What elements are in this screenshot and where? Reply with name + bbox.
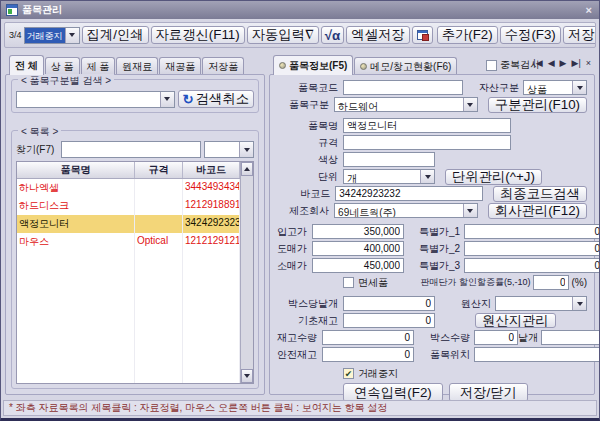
safe-stock-label: 안전재고 — [277, 348, 322, 362]
table-row[interactable]: 마우스 Optical 121212912121 — [17, 233, 253, 251]
tab-raw-materials[interactable]: 원재료 — [116, 57, 158, 75]
formula-icon[interactable]: √α — [321, 26, 345, 44]
last-code-search-button[interactable]: 최종코드검색 — [493, 186, 587, 202]
maker-label: 제조회사 — [277, 204, 334, 218]
item-category-select[interactable]: 하드웨어 — [334, 97, 478, 112]
tab-products[interactable]: 제 품 — [81, 57, 116, 75]
item-management-window: 품목관리 × 3/4 거래중지 집계/인쇄 자료갱신(F11) 자동입력∇ √α… — [0, 0, 600, 421]
item-code-input[interactable] — [343, 80, 463, 95]
origin-select[interactable] — [495, 296, 587, 311]
clipboard-glyph — [417, 30, 428, 40]
maker-select[interactable]: 69네트웍(주) — [334, 203, 478, 218]
discount-input[interactable] — [533, 275, 569, 290]
status-filter-select[interactable]: 거래중지 — [24, 27, 80, 44]
chevron-down-icon[interactable] — [65, 28, 79, 43]
category-manage-button[interactable]: 구분관리(F10) — [488, 97, 587, 113]
asset-type-select[interactable]: 상품 — [523, 80, 587, 95]
per-box-input[interactable] — [343, 296, 435, 311]
find-label: 찾기(F7) — [16, 143, 58, 157]
scroll-down-icon[interactable] — [241, 369, 253, 383]
location-input[interactable] — [474, 347, 600, 362]
category-search-group: < 품목구분별 검색 > ↻ 검색취소 — [11, 79, 259, 113]
special1-input[interactable] — [464, 224, 600, 239]
table-scrollbar[interactable] — [240, 162, 253, 383]
piece-input[interactable] — [541, 330, 600, 345]
tab-goods[interactable]: 상 품 — [45, 57, 80, 75]
nav-first-icon[interactable]: |◀ — [533, 58, 542, 68]
nav-close-icon[interactable]: × — [586, 58, 591, 68]
special3-input[interactable] — [464, 258, 600, 273]
box-qty-label: 박스수량 — [414, 331, 474, 345]
print-button[interactable]: 집계/인쇄 — [82, 26, 149, 44]
chevron-down-icon[interactable] — [160, 92, 174, 107]
tax-free-checkbox[interactable] — [343, 277, 354, 288]
chevron-down-icon[interactable] — [463, 204, 477, 217]
excel-save-button[interactable]: 엑셀저장 — [346, 26, 409, 44]
table-row-empty — [17, 341, 253, 359]
in-price-input[interactable] — [312, 224, 404, 239]
clipboard-icon[interactable] — [412, 26, 433, 44]
trade-stop-checkbox[interactable]: ✔ — [343, 368, 354, 379]
edit-button[interactable]: 수정(F3) — [500, 26, 561, 44]
add-button[interactable]: 추가(F2) — [437, 26, 498, 44]
chevron-down-icon[interactable] — [420, 170, 434, 183]
chevron-down-icon[interactable] — [572, 81, 586, 94]
data-refresh-button[interactable]: 자료갱신(F11) — [151, 26, 245, 44]
nav-next-icon[interactable]: ▶ — [560, 58, 567, 68]
tab-item-info[interactable]: 품목정보(F5) — [273, 55, 353, 75]
close-icon[interactable]: × — [584, 4, 594, 16]
item-name-input[interactable] — [343, 118, 511, 133]
chevron-down-icon[interactable] — [239, 142, 253, 157]
barcode-input[interactable] — [335, 186, 483, 201]
column-header-barcode[interactable]: 바코드 — [183, 162, 240, 178]
wholesale-label: 도매가 — [277, 242, 312, 256]
record-navigation: |◀ ◀ ▶ ▶| × — [533, 58, 591, 68]
origin-manage-button[interactable]: 원산지관리 — [475, 313, 556, 328]
item-code-label: 품목코드 — [277, 81, 343, 95]
table-row[interactable]: 하드디스크 1212918891212 — [17, 197, 253, 215]
duplicate-check: 중복검사 — [486, 58, 540, 72]
search-cancel-button[interactable]: ↻ 검색취소 — [178, 90, 254, 108]
retail-input[interactable] — [312, 258, 404, 273]
table-row-empty — [17, 359, 253, 377]
wholesale-input[interactable] — [312, 241, 404, 256]
toolbar: 3/4 거래중지 집계/인쇄 자료갱신(F11) 자동입력∇ √α 엑셀저장 추… — [4, 22, 596, 48]
stock-input[interactable] — [322, 330, 414, 345]
table-row-selected[interactable]: 액정모니터 34242923232 — [17, 215, 253, 233]
find-input[interactable] — [61, 141, 201, 158]
table-row-empty — [17, 323, 253, 341]
nav-prev-icon[interactable]: ◀ — [548, 58, 555, 68]
column-header-name[interactable]: 품목명 — [17, 162, 135, 178]
nav-last-icon[interactable]: ▶| — [571, 58, 580, 68]
detail-tabs: 품목정보(F5) 메모/창고현황(F6) — [273, 55, 458, 75]
category-tabs: 전 체 상 품 제 품 원재료 재공품 저장품 — [9, 55, 245, 75]
tab-memo-warehouse[interactable]: 메모/창고현황(F6) — [354, 57, 457, 75]
save-button[interactable]: 저장(F8) — [563, 26, 596, 44]
category-search-select[interactable] — [16, 91, 175, 108]
duplicate-check-checkbox[interactable] — [486, 60, 497, 71]
chevron-down-icon[interactable] — [463, 98, 477, 111]
special1-label: 특별가_1 — [404, 225, 464, 239]
unit-manage-button[interactable]: 단위관리(^+J) — [445, 169, 542, 185]
scroll-up-icon[interactable] — [241, 162, 253, 176]
find-column-select[interactable] — [204, 141, 254, 158]
chevron-down-icon[interactable] — [572, 297, 586, 310]
box-qty-input[interactable] — [474, 330, 518, 345]
special2-input[interactable] — [464, 241, 600, 256]
tab-stored[interactable]: 저장품 — [202, 57, 244, 75]
table-row[interactable]: 하나엑셀 344349343434 — [17, 179, 253, 197]
safe-stock-input[interactable] — [322, 347, 414, 362]
tax-free-label: 면세품 — [358, 276, 388, 290]
color-input[interactable] — [343, 152, 435, 167]
auto-input-button[interactable]: 자동입력∇ — [247, 26, 319, 44]
base-stock-input[interactable] — [343, 313, 435, 328]
tab-all[interactable]: 전 체 — [9, 55, 44, 75]
refresh-icon: ↻ — [183, 92, 194, 107]
spec-input[interactable] — [343, 135, 511, 150]
unit-select[interactable]: 개 — [343, 169, 435, 184]
item-table: 품목명 규격 바코드 하나엑셀 344349343434 하드디스크 12129… — [16, 161, 254, 384]
tab-wip[interactable]: 재공품 — [159, 57, 201, 75]
column-header-spec[interactable]: 규격 — [135, 162, 183, 178]
check-icon: ✔ — [345, 369, 353, 379]
company-manage-button[interactable]: 회사관리(F12) — [488, 203, 587, 219]
